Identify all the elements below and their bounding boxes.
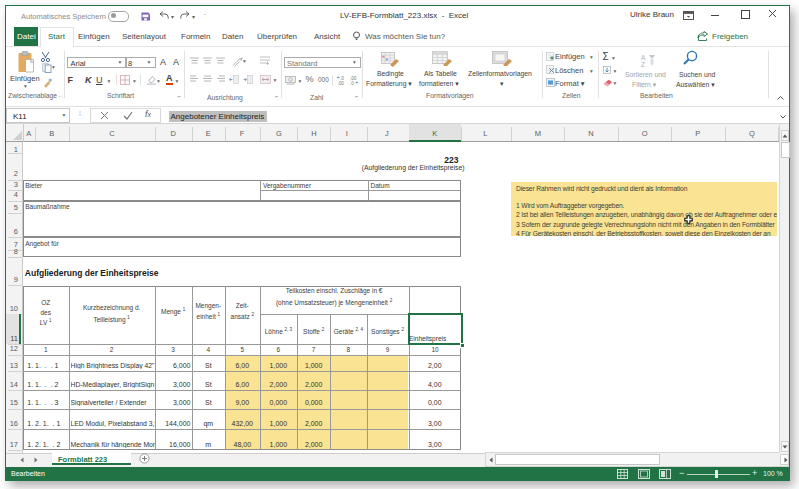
svg-text:,00: ,00 <box>337 80 344 85</box>
svg-text:A: A <box>641 54 646 61</box>
svg-text:,0: ,0 <box>350 80 354 85</box>
svg-text:Z: Z <box>641 61 645 68</box>
